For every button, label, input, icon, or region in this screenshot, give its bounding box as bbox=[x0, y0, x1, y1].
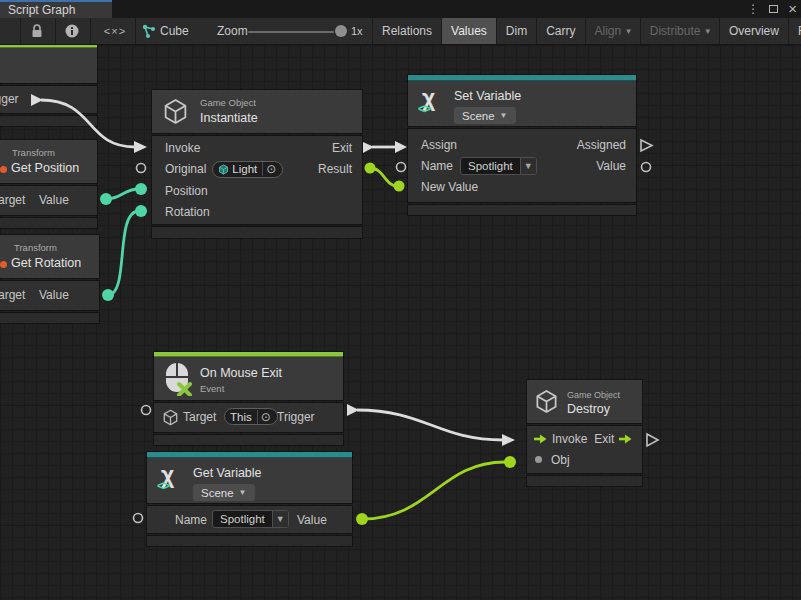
zoom-value: 1x bbox=[351, 18, 363, 44]
trigger-port-label: Trigger bbox=[277, 410, 315, 424]
name-in-port[interactable] bbox=[397, 163, 406, 172]
transform-icon bbox=[0, 166, 7, 173]
graph-canvas[interactable]: Trigger Transform Get Position Target Va… bbox=[0, 45, 801, 600]
invoke-port-label: Invoke bbox=[165, 141, 200, 155]
transform-icon bbox=[0, 261, 7, 268]
destroy-exit-out-port[interactable] bbox=[647, 434, 658, 446]
original-port-label: Original bbox=[165, 162, 206, 176]
gameobject-icon bbox=[218, 164, 229, 175]
name-port-label: Name bbox=[421, 159, 453, 173]
chevron-down-icon: ▼ bbox=[272, 511, 288, 527]
wire-rotation[interactable] bbox=[108, 211, 139, 295]
zoom-slider-track[interactable] bbox=[248, 31, 334, 33]
exit-port-label: Exit bbox=[594, 432, 614, 446]
name-port-label: Name bbox=[175, 513, 207, 527]
obj-port-label: Obj bbox=[551, 453, 570, 467]
titlebar: Script Graph ⋮ × bbox=[0, 0, 801, 18]
value-port-label: Value bbox=[596, 159, 626, 173]
close-icon[interactable]: × bbox=[788, 3, 797, 15]
obj-in-port[interactable] bbox=[504, 456, 516, 468]
exit-port-label: Exit bbox=[332, 141, 352, 155]
variable-scope-dropdown[interactable]: Scene▼ bbox=[193, 484, 255, 501]
object-picker-icon[interactable]: ⊙ bbox=[262, 162, 279, 176]
flow-in-arrow-icon bbox=[533, 430, 547, 448]
variable-name-dropdown[interactable]: Spotlight ▼ bbox=[212, 510, 289, 528]
wire-trigger-to-destroy[interactable] bbox=[357, 410, 503, 440]
assign-in-port[interactable] bbox=[395, 141, 407, 153]
obj-port-dot-icon bbox=[535, 456, 542, 463]
object-picker-icon[interactable]: ⊙ bbox=[257, 410, 274, 424]
chevron-down-icon: ▼ bbox=[239, 488, 247, 497]
distribute-button[interactable]: Distribute▾ bbox=[640, 18, 719, 44]
cube-icon bbox=[162, 98, 189, 129]
target-port-label: Target bbox=[0, 193, 25, 207]
cube-icon bbox=[534, 389, 559, 418]
flow-out-arrow-icon bbox=[618, 430, 632, 448]
chevron-down-icon: ▾ bbox=[705, 26, 710, 36]
variable-scope-dropdown[interactable]: Scene▼ bbox=[454, 107, 516, 124]
graph-context-label[interactable]: Cube bbox=[160, 18, 189, 44]
carry-button[interactable]: Carry bbox=[536, 18, 584, 44]
value-port-label: Value bbox=[297, 513, 327, 527]
value-out-port[interactable] bbox=[642, 163, 651, 172]
invoke-port-label: Invoke bbox=[552, 432, 587, 446]
chevron-down-icon: ▼ bbox=[520, 158, 536, 174]
mouse-exit-icon bbox=[163, 362, 195, 400]
chevron-down-icon: ▼ bbox=[500, 111, 508, 120]
values-button[interactable]: Values bbox=[441, 18, 496, 44]
unity-visual-scripting-window: Script Graph ⋮ × <×> Cube Zoom 1x Relati… bbox=[0, 0, 801, 600]
window-menu-icon[interactable]: ⋮ bbox=[747, 3, 759, 15]
maximize-icon[interactable] bbox=[769, 5, 778, 13]
assigned-out-port[interactable] bbox=[641, 140, 652, 151]
name-in-port[interactable] bbox=[134, 514, 143, 523]
position-port-label: Position bbox=[165, 184, 208, 198]
value-port-label: Value bbox=[39, 288, 69, 302]
invoke-in-port[interactable] bbox=[134, 141, 147, 153]
invoke-in-port[interactable] bbox=[502, 434, 515, 446]
relations-button[interactable]: Relations bbox=[372, 18, 441, 44]
rotation-port-label: Rotation bbox=[165, 205, 210, 219]
zoom-label: Zoom bbox=[217, 18, 248, 44]
script-graph-icon bbox=[141, 18, 157, 44]
code-view-icon[interactable]: <×> bbox=[100, 18, 130, 44]
assign-port-label: Assign bbox=[421, 138, 457, 152]
dim-button[interactable]: Dim bbox=[496, 18, 536, 44]
chevron-down-icon: ▾ bbox=[626, 26, 631, 36]
value-port-label: Value bbox=[39, 193, 69, 207]
tab-script-graph[interactable]: Script Graph bbox=[0, 0, 112, 18]
object-field-this[interactable]: This ⊙ bbox=[224, 408, 278, 425]
lock-icon[interactable] bbox=[26, 18, 48, 44]
trigger-port-label: Trigger bbox=[0, 92, 19, 106]
fullscreen-button[interactable]: Full Screen bbox=[788, 18, 801, 44]
target-port-label: Target bbox=[183, 410, 216, 424]
target-port-label: Target bbox=[0, 288, 25, 302]
wires-overlay bbox=[0, 45, 801, 600]
wire-value-to-obj[interactable] bbox=[362, 462, 505, 519]
info-icon[interactable] bbox=[62, 18, 82, 44]
object-field-light[interactable]: Light ⊙ bbox=[212, 161, 283, 178]
result-port-label: Result bbox=[318, 162, 352, 176]
cube-icon bbox=[162, 409, 179, 430]
zoom-slider-handle[interactable] bbox=[335, 25, 347, 37]
wire-position[interactable] bbox=[106, 189, 139, 199]
target-in-port[interactable] bbox=[142, 406, 151, 415]
new-value-port-label: New Value bbox=[421, 180, 478, 194]
original-in-port[interactable] bbox=[137, 164, 146, 173]
variable-name-dropdown[interactable]: Spotlight ▼ bbox=[460, 157, 537, 175]
align-button[interactable]: Align▾ bbox=[585, 18, 640, 44]
overview-button[interactable]: Overview bbox=[719, 18, 788, 44]
assigned-port-label: Assigned bbox=[577, 138, 626, 152]
graph-toolbar: <×> Cube Zoom 1x Relations Values Dim Ca… bbox=[0, 18, 801, 45]
